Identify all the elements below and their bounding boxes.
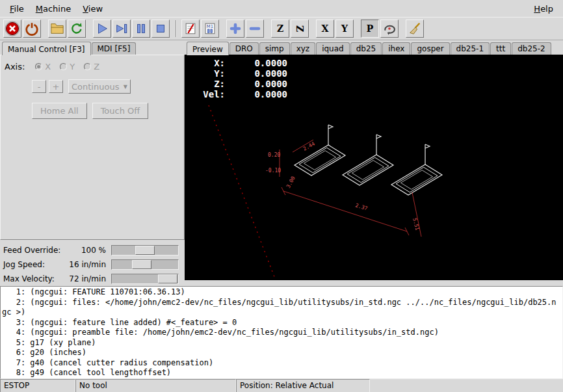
- linuxcnc-axis-window: File Machine View Help: [0, 0, 563, 392]
- tab-db25-1[interactable]: db25-1: [451, 42, 490, 55]
- max-velocity-thumb[interactable]: [158, 274, 177, 283]
- step-button[interactable]: [112, 20, 131, 38]
- svg-text:2.37: 2.37: [354, 202, 368, 211]
- step-icon: [114, 21, 129, 36]
- radio-x-icon: [35, 63, 42, 70]
- stop-button[interactable]: [151, 20, 170, 38]
- jog-minus-button[interactable]: -: [32, 80, 46, 93]
- jog-mode-value: Continuous: [72, 82, 119, 92]
- gcode-line[interactable]: 7: g40 (cancel cutter radius compensatio…: [2, 358, 562, 369]
- max-velocity-row: Max Velocity: 72 in/min: [3, 272, 181, 286]
- axis-radio-z[interactable]: Z: [84, 62, 99, 72]
- slider-panel: Feed Override: 100 % Jog Speed: 16 in/mi…: [0, 240, 185, 286]
- feed-override-slider[interactable]: [111, 245, 179, 255]
- tab-ihex[interactable]: ihex: [382, 42, 410, 55]
- svg-text:2.44: 2.44: [302, 140, 316, 151]
- preview-tabs: Preview DRO simp xyz iquad db25 ihex gos…: [185, 40, 563, 55]
- readout-vel-label: Vel:: [192, 89, 225, 99]
- optional-pause-icon: M1: [203, 21, 217, 36]
- view-z-button[interactable]: Z: [271, 20, 289, 38]
- clear-plot-button[interactable]: [406, 20, 424, 38]
- preview-canvas[interactable]: 2.44 0.20 -0.10 3.00 2.37 5.51 X: 0.0000…: [185, 55, 563, 280]
- rotate-view-button[interactable]: [380, 20, 399, 38]
- tab-preview[interactable]: Preview: [187, 42, 229, 55]
- tab-dro[interactable]: DRO: [229, 42, 259, 55]
- tab-mdi[interactable]: MDI [F5]: [92, 42, 137, 55]
- tab-manual-control[interactable]: Manual Control [F3]: [2, 42, 91, 55]
- view-z-rotated-button[interactable]: Z: [291, 20, 309, 38]
- radio-y-icon: [60, 63, 67, 70]
- jog-speed-value: 16 in/min: [67, 260, 111, 269]
- zoom-out-button[interactable]: [246, 20, 264, 38]
- rotate-icon: [382, 21, 397, 36]
- menu-help[interactable]: Help: [528, 2, 559, 16]
- gcode-listing[interactable]: 1: (ngcgui: FEATURE 110701:06.36.13) 2: …: [0, 286, 563, 379]
- toggle-optional-pause-button[interactable]: M1: [201, 20, 219, 38]
- menu-view[interactable]: View: [77, 2, 109, 16]
- readout-x-value: 0.0000: [225, 58, 287, 68]
- axis-x-label: X: [45, 62, 51, 72]
- machine-power-button[interactable]: [23, 20, 41, 38]
- max-velocity-slider[interactable]: [111, 274, 179, 284]
- view-y-button[interactable]: Y: [335, 20, 354, 38]
- gcode-line[interactable]: 2: (ngcgui: files: </home/john/emc2-dev/…: [2, 298, 562, 308]
- tab-db25-2[interactable]: db25-2: [512, 42, 551, 55]
- readout-z: Z: 0.0000: [192, 79, 287, 89]
- jog-speed-thumb[interactable]: [132, 260, 151, 269]
- menu-file[interactable]: File: [4, 2, 30, 16]
- gcode-line-wrap[interactable]: gc >): [2, 307, 562, 318]
- jog-plus-button[interactable]: +: [49, 80, 63, 93]
- toggle-skip-lines-button[interactable]: [181, 20, 200, 38]
- open-file-button[interactable]: [48, 20, 66, 38]
- gcode-line[interactable]: 1: (ngcgui: FEATURE 110701:06.36.13): [2, 287, 562, 298]
- axis-radio-y[interactable]: Y: [60, 62, 75, 72]
- tab-simp[interactable]: simp: [259, 42, 290, 55]
- menu-machine[interactable]: Machine: [30, 2, 77, 16]
- gcode-line[interactable]: 3: (ngcgui: feature line added) #<_featu…: [2, 318, 562, 328]
- svg-text:3.00: 3.00: [285, 176, 296, 189]
- axis-radio-x[interactable]: X: [35, 62, 51, 72]
- estop-button[interactable]: [3, 20, 21, 38]
- toolbar: M1 Z Z X Y P: [0, 17, 563, 40]
- position-readout: X: 0.0000 Y: 0.0000 Z: 0.0000 Vel: 0.000…: [192, 58, 287, 99]
- axis-label: Axis:: [5, 62, 25, 72]
- gcode-line[interactable]: 4: (ngcgui: preamble file: /home/john/em…: [2, 328, 562, 338]
- tab-db25[interactable]: db25: [350, 42, 382, 55]
- readout-y-label: Y:: [192, 68, 225, 79]
- power-icon: [25, 21, 39, 36]
- main-area: Manual Control [F3] MDI [F5] Axis: X Y: [0, 40, 563, 286]
- run-button[interactable]: [93, 20, 111, 38]
- gcode-line[interactable]: 8: g49 (cancel tool lengthoffset): [2, 368, 562, 378]
- gcode-line[interactable]: 5: g17 (xy plane): [2, 338, 562, 348]
- estop-icon: [5, 21, 20, 36]
- readout-y: Y: 0.0000: [192, 68, 287, 79]
- statusbar: ESTOP No tool Position: Relative Actual: [0, 379, 563, 392]
- toolbar-separator: [176, 20, 177, 37]
- manual-control-frame: Axis: X Y Z - +: [0, 55, 185, 240]
- feed-override-thumb[interactable]: [135, 246, 155, 255]
- jog-speed-slider[interactable]: [111, 259, 179, 270]
- status-filler: [370, 379, 563, 392]
- view-perspective-button[interactable]: P: [361, 20, 379, 38]
- pause-button[interactable]: [132, 20, 150, 38]
- view-x-button[interactable]: X: [316, 20, 334, 38]
- tab-iquad[interactable]: iquad: [316, 42, 350, 55]
- home-all-button[interactable]: Home All: [32, 103, 87, 119]
- feed-override-label: Feed Override:: [3, 246, 67, 255]
- zoom-in-button[interactable]: [226, 20, 244, 38]
- tab-xyz[interactable]: xyz: [291, 42, 316, 55]
- home-touchoff-row: Home All Touch Off: [32, 103, 180, 119]
- radio-z-icon: [84, 63, 91, 70]
- tab-ttt[interactable]: ttt: [490, 42, 511, 55]
- reload-button[interactable]: [68, 20, 86, 38]
- max-velocity-value: 72 in/min: [67, 274, 111, 283]
- status-estop: ESTOP: [0, 379, 75, 392]
- tab-gosper[interactable]: gosper: [411, 42, 449, 55]
- axis-row: Axis: X Y Z: [5, 62, 180, 72]
- view-z-icon: Z: [277, 24, 283, 33]
- jog-mode-select[interactable]: Continuous ▼: [68, 79, 131, 94]
- touch-off-button[interactable]: Touch Off: [92, 103, 149, 119]
- svg-text:M1: M1: [207, 24, 213, 29]
- readout-y-value: 0.0000: [225, 68, 287, 79]
- gcode-line[interactable]: 6: g20 (inches): [2, 348, 562, 358]
